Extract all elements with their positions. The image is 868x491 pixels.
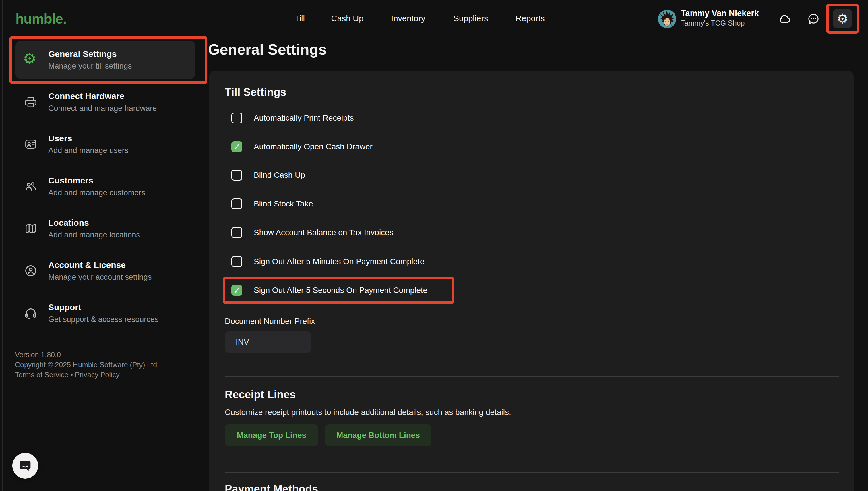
sidebar-item-locations[interactable]: Locations Add and manage locations: [24, 216, 196, 242]
legal-links[interactable]: Terms of Service • Privacy Policy: [15, 370, 119, 380]
nav-item-reports[interactable]: Reports: [515, 14, 545, 23]
document-number-prefix-input[interactable]: [225, 331, 311, 353]
setting-row-sign-out-5-minutes: Sign Out After 5 Minutes On Payment Comp…: [231, 247, 424, 276]
sidebar-item-account-license[interactable]: Account & License Manage your account se…: [24, 259, 196, 285]
sidebar-item-subtitle: Add and manage users: [48, 145, 128, 156]
avatar-image: [658, 10, 676, 28]
sidebar-item-title: Locations: [48, 216, 89, 229]
sidebar-item-connect-hardware[interactable]: Connect Hardware Connect and manage hard…: [24, 90, 196, 116]
chat-smile-icon: [18, 459, 32, 473]
user-circle-icon: [24, 264, 37, 278]
checkbox-label: Blind Cash Up: [254, 171, 305, 180]
sidebar-item-subtitle: Add and manage customers: [48, 187, 145, 198]
copyright-notice: Copyright © 2025 Humble Software (Pty) L…: [15, 360, 157, 370]
headset-icon: [24, 307, 37, 320]
checkbox-sign-out-after-5-seconds[interactable]: [231, 285, 242, 296]
setting-row-show-account-balance: Show Account Balance on Tax Invoices: [231, 218, 393, 247]
checkbox-sign-out-after-5-minutes[interactable]: [231, 256, 242, 267]
checkbox-label: Automatically Open Cash Drawer: [254, 142, 372, 151]
sidebar-item-subtitle: Manage your account settings: [48, 271, 152, 283]
setting-row-blind-stock-take: Blind Stock Take: [231, 190, 313, 218]
checkbox-label: Sign Out After 5 Seconds On Payment Comp…: [254, 286, 427, 295]
receipt-lines-heading: Receipt Lines: [225, 388, 296, 401]
sidebar-item-customers[interactable]: Customers Add and manage customers: [24, 174, 196, 200]
checkbox-label: Automatically Print Receipts: [254, 113, 354, 123]
people-icon: [24, 180, 37, 193]
sidebar-item-subtitle: Manage your till settings: [48, 60, 132, 72]
sidebar-item-title: Users: [48, 132, 72, 145]
checkbox-show-account-balance-on-tax-invoices[interactable]: [231, 227, 242, 238]
user-name: Tammy Van Niekerk: [681, 9, 759, 18]
sidebar-item-title: Customers: [48, 174, 93, 187]
document-number-prefix-label: Document Number Prefix: [225, 317, 315, 326]
sidebar-item-subtitle: Connect and manage hardware: [48, 103, 157, 114]
manage-top-lines-button[interactable]: Manage Top Lines: [225, 424, 318, 446]
setting-row-sign-out-5-seconds: Sign Out After 5 Seconds On Payment Comp…: [231, 276, 427, 305]
sidebar-item-title: Account & License: [48, 259, 126, 271]
sidebar-item-title: Support: [48, 301, 81, 314]
sidebar-item-title: Connect Hardware: [48, 90, 124, 103]
page-title: General Settings: [208, 42, 327, 57]
checkbox-blind-stock-take[interactable]: [231, 198, 242, 209]
sidebar-item-subtitle: Get support & access resources: [48, 314, 158, 325]
sidebar-item-general-settings[interactable]: ⚙ General Settings Manage your till sett…: [24, 48, 196, 74]
gear-icon: ⚙: [836, 12, 848, 25]
nav-item-cash-up[interactable]: Cash Up: [331, 14, 364, 23]
app-root: humble. Till Cash Up Inventory Suppliers…: [0, 0, 868, 491]
manage-bottom-lines-button[interactable]: Manage Bottom Lines: [325, 424, 431, 446]
sidebar-item-subtitle: Add and manage locations: [48, 229, 140, 241]
checkbox-automatically-open-cash-drawer[interactable]: [231, 141, 242, 152]
checkbox-automatically-print-receipts[interactable]: [231, 113, 242, 123]
setting-row-auto-open-cash-drawer: Automatically Open Cash Drawer: [231, 133, 372, 161]
setting-row-blind-cash-up: Blind Cash Up: [231, 161, 305, 190]
nav-item-inventory[interactable]: Inventory: [391, 14, 425, 23]
checkbox-label: Sign Out After 5 Minutes On Payment Comp…: [254, 257, 424, 266]
checkbox-label: Show Account Balance on Tax Invoices: [254, 228, 393, 237]
printer-icon: [24, 95, 37, 109]
section-divider: [225, 376, 839, 377]
messages-button[interactable]: [807, 12, 820, 26]
nav-item-till[interactable]: Till: [295, 14, 305, 23]
settings-button[interactable]: ⚙: [833, 9, 852, 28]
gear-icon: ⚙: [23, 51, 36, 66]
payment-methods-heading: Payment Methods: [225, 483, 318, 491]
cloud-sync-button[interactable]: [777, 11, 792, 26]
checkbox-blind-cash-up[interactable]: [231, 170, 242, 181]
setting-row-auto-print-receipts: Automatically Print Receipts: [231, 104, 354, 133]
nav-item-suppliers[interactable]: Suppliers: [453, 14, 488, 23]
id-card-icon: [24, 138, 37, 151]
map-icon: [24, 222, 37, 235]
sidebar-item-users[interactable]: Users Add and manage users: [24, 132, 196, 158]
checkbox-label: Blind Stock Take: [254, 199, 313, 208]
sidebar-item-title: General Settings: [48, 48, 117, 60]
sidebar-item-support[interactable]: Support Get support & access resources: [24, 301, 196, 327]
till-settings-heading: Till Settings: [225, 86, 287, 98]
user-shop-name: Tammy's TCG Shop: [681, 19, 745, 27]
receipt-lines-description: Customize receipt printouts to include a…: [225, 408, 511, 417]
chat-launcher-button[interactable]: [12, 453, 38, 479]
cloud-icon: [778, 12, 792, 26]
chat-bubble-icon: [807, 12, 820, 26]
section-divider: [225, 472, 839, 473]
brand-logo[interactable]: humble.: [16, 11, 66, 27]
window-edge: [2, 0, 3, 491]
app-version: Version 1.80.0: [15, 350, 61, 360]
avatar[interactable]: [658, 10, 676, 28]
